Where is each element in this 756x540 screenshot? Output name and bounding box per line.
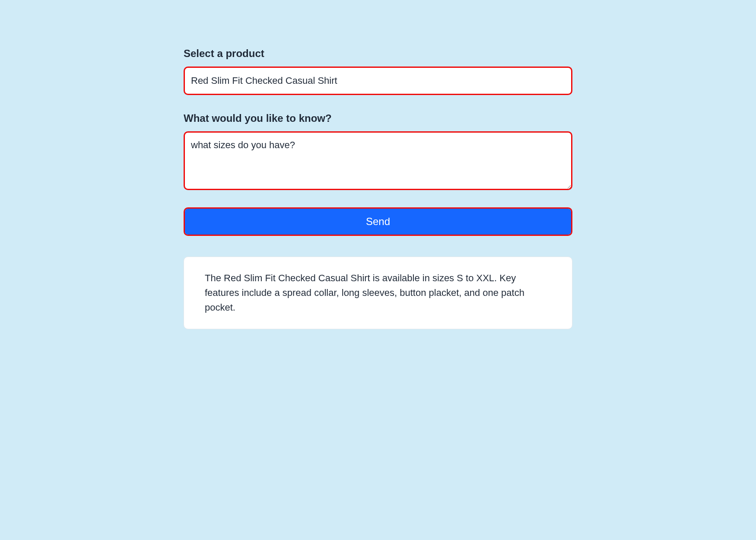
product-label: Select a product [184,48,572,60]
question-textarea[interactable] [185,133,571,189]
product-input-wrapper [184,67,572,95]
product-group: Select a product [184,48,572,95]
form-container: Select a product What would you like to … [184,0,572,346]
question-input-wrapper [184,131,572,190]
question-label: What would you like to know? [184,112,572,124]
send-button-wrapper: Send [184,207,572,236]
response-card: The Red Slim Fit Checked Casual Shirt is… [184,257,572,329]
question-group: What would you like to know? [184,112,572,190]
response-text: The Red Slim Fit Checked Casual Shirt is… [205,271,551,315]
send-button[interactable]: Send [185,209,571,235]
product-input[interactable] [185,68,571,94]
